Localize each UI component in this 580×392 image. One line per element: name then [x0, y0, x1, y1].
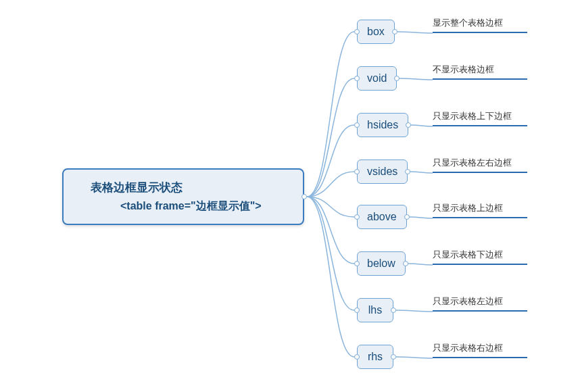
root-title: 表格边框显示状态 [91, 180, 303, 195]
desc-label-hsides: 只显示表格上下边框 [433, 110, 527, 126]
child-right-dot [391, 308, 396, 313]
desc-label-above: 只显示表格上边框 [433, 202, 527, 218]
desc-label-below: 只显示表格下边框 [433, 249, 527, 265]
desc-label-box: 显示整个表格边框 [433, 17, 527, 33]
root-subtitle: <table frame="边框显示值"> [91, 199, 303, 214]
child-left-dot [354, 169, 360, 174]
child-right-dot [391, 354, 396, 360]
child-left-dot [354, 354, 360, 360]
desc-label-void: 不显示表格边框 [433, 64, 527, 80]
child-right-dot [394, 76, 400, 81]
desc-label-lhs: 只显示表格左边框 [433, 295, 527, 312]
desc-label-vsides: 只显示表格左右边框 [433, 157, 527, 173]
child-left-dot [354, 122, 360, 128]
child-left-dot [354, 29, 360, 34]
child-node-hsides[interactable]: hsides [357, 113, 408, 137]
child-node-box[interactable]: box [357, 20, 395, 44]
root-node[interactable]: 表格边框显示状态 <table frame="边框显示值"> [62, 168, 304, 225]
child-node-rhs[interactable]: rhs [357, 345, 393, 369]
child-left-dot [354, 76, 360, 81]
child-node-lhs[interactable]: lhs [357, 298, 393, 322]
child-node-vsides[interactable]: vsides [357, 160, 408, 184]
child-right-dot [406, 122, 411, 128]
child-left-dot [354, 308, 360, 313]
child-node-below[interactable]: below [357, 251, 406, 276]
child-right-dot [405, 169, 410, 174]
child-right-dot [392, 29, 397, 34]
child-right-dot [403, 261, 408, 266]
desc-label-rhs: 只显示表格右边框 [433, 342, 527, 358]
child-node-above[interactable]: above [357, 205, 407, 229]
child-node-void[interactable]: void [357, 66, 397, 91]
root-connector-dot [301, 194, 307, 199]
child-left-dot [354, 261, 360, 266]
child-right-dot [404, 214, 410, 220]
child-left-dot [354, 214, 360, 220]
